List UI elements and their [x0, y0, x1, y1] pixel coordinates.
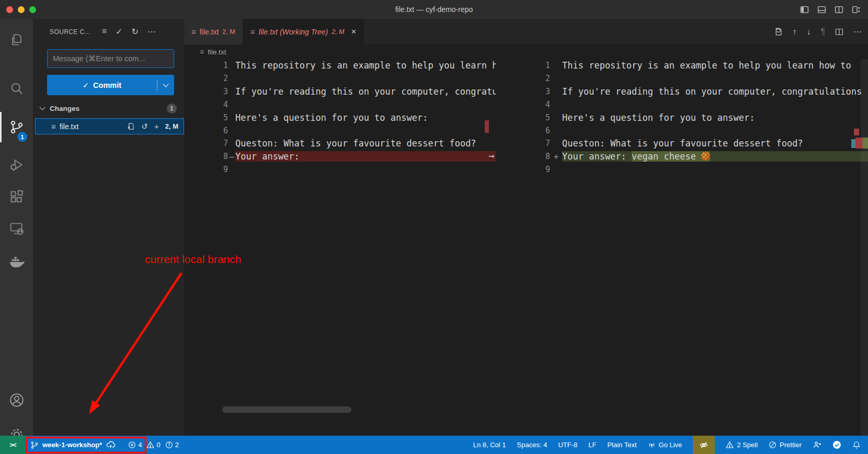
code-row[interactable]: 9 [502, 163, 868, 176]
sidebar-item-run-debug[interactable] [0, 150, 33, 180]
broadcast-icon [648, 441, 656, 449]
notifications-status[interactable] [852, 436, 861, 454]
extension-check-status[interactable] [832, 436, 841, 454]
window-title: file.txt — cyf-demo-repo [0, 5, 868, 14]
remote-explorer-icon [9, 221, 24, 236]
open-changes-icon[interactable] [773, 27, 782, 36]
encoding-status[interactable]: UTF-8 [558, 436, 577, 454]
code-row[interactable]: 5Here's a question for you to answer: [502, 111, 868, 124]
code-row[interactable]: 9 [184, 163, 496, 176]
go-live-status[interactable]: Go Live [648, 436, 682, 454]
cursor-position-status[interactable]: Ln 8, Col 1 [473, 436, 506, 454]
render-whitespace-icon[interactable]: ¶ [820, 27, 825, 37]
code-row[interactable]: 1This repository is an example to help y… [502, 59, 868, 72]
warning-triangle-icon [726, 441, 734, 449]
discard-changes-icon[interactable]: ↺ [141, 122, 148, 131]
sidebar-item-explorer[interactable] [0, 25, 33, 55]
chevron-down-icon [163, 81, 168, 87]
files-icon [9, 32, 24, 47]
view-options-icon[interactable]: ≡ [102, 27, 107, 37]
more-actions-icon[interactable]: ⋯ [147, 27, 156, 37]
code-row[interactable]: 6 [184, 124, 496, 137]
sidebar-item-source-control[interactable]: 1 [0, 112, 33, 142]
commit-button[interactable]: ✓ Commit [47, 75, 174, 95]
highlight-disabled-status[interactable] [693, 436, 715, 454]
tab-problem-badge: 2, M [332, 28, 344, 36]
overview-ruler-mark [485, 120, 489, 133]
stage-changes-icon[interactable]: + [154, 122, 159, 131]
split-editor-icon[interactable] [835, 28, 843, 36]
indentation-status[interactable]: Spaces: 4 [517, 436, 547, 454]
code-row[interactable]: 6 [502, 124, 868, 137]
docker-icon [9, 253, 25, 269]
tab-file-txt[interactable]: ≡ file.txt 2, M [184, 19, 243, 44]
commit-action-icon[interactable]: ✓ [116, 27, 122, 37]
sidebar-item-remote-explorer[interactable] [0, 213, 33, 244]
more-actions-icon[interactable]: ⋯ [853, 27, 862, 37]
language-mode-status[interactable]: Plain Text [607, 436, 636, 454]
debug-icon [9, 157, 24, 172]
changes-section-header[interactable]: Changes 1 [33, 100, 184, 116]
remote-icon: >< [9, 441, 15, 449]
minimize-window-button[interactable] [18, 6, 25, 13]
eol-status[interactable]: LF [588, 436, 596, 454]
code-row[interactable]: 4 [502, 98, 868, 111]
line-number: 2 [502, 74, 550, 83]
check-circle-icon [832, 440, 841, 449]
code-row[interactable]: 2 [502, 72, 868, 85]
tab-file-txt-working-tree[interactable]: ≡ file.txt (Working Tree) 2, M × [243, 19, 364, 44]
branch-status[interactable]: week-1-workshop* [30, 436, 116, 454]
horizontal-scrollbar[interactable] [222, 406, 351, 413]
next-change-icon[interactable]: ↓ [806, 27, 810, 37]
code-row[interactable]: 3If you're reading this on your computer… [184, 85, 496, 98]
commit-message-input[interactable]: Message (⌘Enter to com... [47, 49, 174, 68]
diff-navigate-arrow-icon[interactable]: → [488, 150, 494, 161]
code-text: Your answer: vegan cheese [562, 151, 868, 162]
warnings-icon [146, 441, 154, 449]
code-text: This repository is an example to help yo… [235, 60, 496, 71]
tab-problem-badge: 2, M [222, 28, 235, 36]
code-row[interactable]: 1This repository is an example to help y… [184, 59, 496, 72]
file-icon: ≡ [250, 27, 255, 36]
maximize-window-button[interactable] [29, 6, 36, 13]
close-tab-icon[interactable]: × [351, 27, 357, 37]
sidebar-item-search[interactable] [0, 73, 33, 104]
diff-left-pane: 1This repository is an example to help y… [184, 59, 496, 176]
sidebar-item-account[interactable] [0, 385, 33, 415]
code-row[interactable]: 8–Your answer: [184, 150, 496, 163]
line-number: 9 [502, 165, 550, 174]
toggle-panel-icon[interactable] [817, 5, 826, 14]
overview-ruler-mark [851, 139, 855, 148]
code-row[interactable]: 7Queston: What is your favourite dessert… [184, 137, 496, 150]
refresh-icon[interactable]: ↻ [132, 27, 139, 37]
code-row[interactable]: 7Queston: What is your favourite dessert… [502, 137, 868, 150]
previous-change-icon[interactable]: ↑ [792, 27, 796, 37]
line-number: 9 [184, 165, 228, 174]
diff-right-pane: 1This repository is an example to help y… [502, 59, 868, 176]
prettier-status[interactable]: Prettier [769, 436, 802, 454]
line-number: 1 [502, 61, 550, 70]
code-row[interactable]: 2 [184, 72, 496, 85]
spell-checker-status[interactable]: 2 Spell [726, 436, 758, 454]
problems-status[interactable]: 4 0 2 [128, 436, 179, 454]
breadcrumb[interactable]: ≡ file.txt [184, 44, 868, 59]
open-file-icon[interactable] [127, 122, 135, 130]
sidebar-item-docker[interactable] [0, 246, 33, 276]
code-row[interactable]: 3If you're reading this on your computer… [502, 85, 868, 98]
code-row[interactable]: 8+Your answer: vegan cheese [502, 150, 868, 163]
vertical-scrollbar[interactable] [861, 59, 868, 436]
close-window-button[interactable] [6, 6, 13, 13]
split-editor-right-icon[interactable] [835, 5, 843, 14]
changed-file-row[interactable]: ≡ file.txt ↺ + 2, M [35, 118, 184, 134]
title-bar: file.txt — cyf-demo-repo [0, 0, 868, 19]
code-row[interactable]: 5Here's a question for you to answer: [184, 111, 496, 124]
code-text: Here's a question for you to answer: [235, 112, 496, 123]
sidebar-item-extensions[interactable] [0, 182, 33, 212]
feedback-status[interactable] [813, 436, 821, 454]
source-control-panel: SOURCE C... ≡ ✓ ↻ ⋯ Message (⌘Enter to c… [33, 19, 184, 436]
customize-layout-icon[interactable] [852, 5, 861, 14]
remote-indicator[interactable]: >< [0, 436, 25, 454]
commit-dropdown-button[interactable] [157, 84, 174, 86]
toggle-sidebar-icon[interactable] [800, 5, 809, 14]
code-row[interactable]: 4 [184, 98, 496, 111]
